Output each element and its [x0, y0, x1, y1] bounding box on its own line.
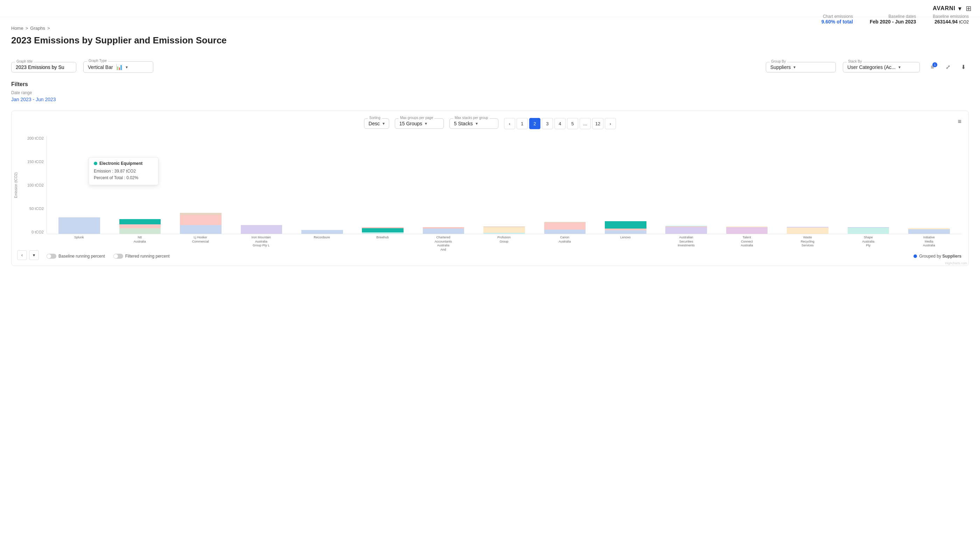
bar-group-14[interactable] [900, 136, 958, 234]
x-label-6: CharteredAccountantsAustraliaAnd [414, 234, 473, 248]
bar-group-2[interactable] [171, 136, 230, 234]
sorting-chevron[interactable]: ▾ [383, 121, 385, 126]
graph-title-field: Graph title [11, 62, 76, 72]
bar-segment-1-1 [119, 224, 161, 228]
filters-title: Filters [11, 81, 969, 88]
x-label-7: ProfusionGroup [474, 234, 533, 248]
group-by-field[interactable]: Group By Suppliers ▾ [766, 62, 836, 72]
x-label-0: Splunk [49, 234, 108, 248]
tooltip-emission: Emission : 39.87 tCO2 [94, 168, 153, 175]
graph-type-chevron[interactable]: ▾ [126, 65, 128, 70]
page-1-button[interactable]: 1 [517, 118, 528, 129]
tooltip-percent: Percent of Total : 0.02% [94, 175, 153, 181]
breadcrumb-sep2: > [47, 25, 50, 31]
bar-group-12[interactable] [778, 136, 837, 234]
x-label-13: ShapeAustraliaPty [838, 234, 898, 248]
page-3-button[interactable]: 3 [542, 118, 553, 129]
x-label-2: Lj HookerCommercial [171, 234, 230, 248]
graph-type-field[interactable]: Graph Type Vertical Bar 📊 ▾ [83, 61, 153, 73]
max-stacks-control[interactable]: Max stacks per group 5 Stacks ▾ [449, 118, 498, 129]
chart-meta: Chart emissions 9.60% of total Baseline … [822, 14, 969, 25]
graph-type-value: Vertical Bar [88, 64, 113, 70]
page-12-button[interactable]: 12 [592, 118, 603, 129]
page-4-button[interactable]: 4 [554, 118, 566, 129]
prev-page-button[interactable]: ‹ [504, 118, 515, 129]
chart-controls: Sorting Desc ▾ Max groups per page 15 Gr… [18, 118, 962, 129]
bar-segment-2-0 [180, 225, 222, 234]
bars-area [47, 136, 962, 234]
group-by-value: Suppliers [770, 64, 791, 70]
download-button[interactable]: ⬇ [958, 62, 969, 73]
bar-group-9[interactable] [596, 136, 655, 234]
chart-legend: Baseline running percent Filtered runnin… [18, 254, 962, 258]
legend-grouped-by-text: Grouped by Suppliers [919, 254, 962, 258]
max-stacks-chevron[interactable]: ▾ [476, 121, 478, 126]
max-groups-value: 15 Groups [399, 121, 422, 127]
legend-baseline: Baseline running percent [47, 254, 105, 258]
brand-chevron[interactable]: ▾ [958, 5, 962, 12]
bar-segment-12-0 [787, 228, 828, 234]
y-label-50: 50 tCO2 [29, 207, 44, 211]
max-groups-chevron[interactable]: ▾ [425, 121, 427, 126]
legend-filtered-label: Filtered running percent [125, 254, 170, 258]
breadcrumb-sep1: > [25, 25, 28, 31]
stack-by-field[interactable]: Stack By User Categories (Ac... ▾ [843, 62, 920, 72]
bar-segment-5-0 [362, 232, 403, 234]
legend-baseline-label: Baseline running percent [58, 254, 105, 258]
breadcrumb: Home > Graphs > [11, 25, 969, 31]
fullscreen-button[interactable]: ⤢ [942, 62, 953, 73]
stack-by-chevron[interactable]: ▾ [898, 65, 900, 70]
controls-row: Graph title Graph Type Vertical Bar 📊 ▾ … [11, 61, 969, 73]
y-label-150: 150 tCO2 [27, 160, 44, 164]
bar-group-4[interactable] [293, 136, 352, 234]
bar-group-10[interactable] [657, 136, 716, 234]
filtered-toggle[interactable] [113, 254, 123, 258]
breadcrumb-graphs[interactable]: Graphs [30, 25, 45, 31]
grid-icon[interactable]: ⊞ [966, 4, 972, 13]
baseline-toggle[interactable] [47, 254, 57, 258]
bar-group-6[interactable] [414, 136, 473, 234]
chart-area: Emission (tCO2) 200 tCO2 150 tCO2 100 tC… [18, 136, 962, 248]
brand-logo: AVARNI ▾ [933, 5, 962, 12]
bottom-prev-button[interactable]: ‹ [17, 250, 27, 260]
download-icon: ⬇ [961, 64, 966, 70]
x-label-5: Brewhub [353, 234, 412, 248]
x-label-3: Iron MountainAustraliaGroup Pty L [232, 234, 290, 248]
y-axis: Emission (tCO2) 200 tCO2 150 tCO2 100 tC… [18, 136, 47, 234]
filter-button[interactable]: ≡ 1 [927, 62, 938, 73]
y-label-0: 0 tCO2 [32, 230, 44, 234]
bar-group-13[interactable] [838, 136, 898, 234]
max-groups-control[interactable]: Max groups per page 15 Groups ▾ [395, 118, 444, 129]
bottom-expand-button[interactable]: ▾ [29, 250, 39, 260]
bottom-nav: ‹ ▾ [17, 250, 39, 260]
group-by-chevron[interactable]: ▾ [793, 65, 795, 70]
chart-menu-button[interactable]: ≡ [958, 118, 962, 125]
tooltip-title-text: Electronic Equipment [99, 161, 142, 166]
breadcrumb-home[interactable]: Home [11, 25, 23, 31]
page-ellipsis: ... [580, 118, 591, 129]
top-right-controls: ≡ 1 ⤢ ⬇ [927, 62, 969, 73]
sorting-control[interactable]: Sorting Desc ▾ [364, 118, 389, 129]
max-stacks-value: 5 Stacks [454, 121, 473, 127]
bar-group-7[interactable] [475, 136, 534, 234]
x-label-8: CanonAustralia [535, 234, 594, 248]
bar-group-11[interactable] [717, 136, 776, 234]
bar-segment-2-1 [180, 215, 222, 225]
bar-group-8[interactable] [535, 136, 594, 234]
date-range-value[interactable]: Jan 2023 - Jun 2023 [11, 97, 969, 102]
bar-group-5[interactable] [353, 136, 412, 234]
page-5-button[interactable]: 5 [567, 118, 578, 129]
bar-segment-3-0 [241, 225, 282, 234]
graph-title-input[interactable] [16, 64, 72, 70]
page-title: 2023 Emissions by Supplier and Emission … [11, 35, 227, 46]
brand-name: AVARNI [933, 5, 955, 12]
x-label-10: AustralianSecuritiesInvestments [657, 234, 716, 248]
next-page-button[interactable]: › [605, 118, 616, 129]
bar-group-3[interactable] [232, 136, 291, 234]
x-label-1: NttAustralia [110, 234, 169, 248]
sorting-value: Desc [368, 121, 380, 127]
page-2-button[interactable]: 2 [529, 118, 540, 129]
bar-segment-14-0 [908, 229, 950, 234]
date-range-label: Date range [11, 90, 969, 95]
x-label-9: Lenovo [596, 234, 655, 248]
